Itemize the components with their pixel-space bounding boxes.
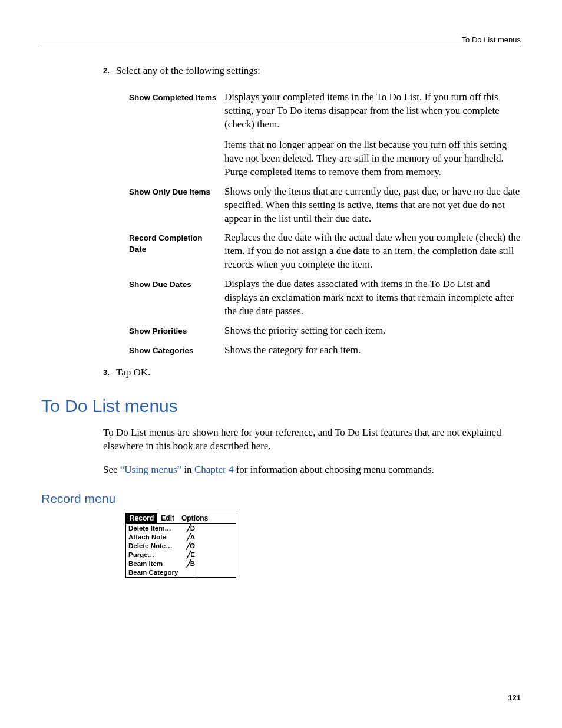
menu-item-label: Purge… [128, 551, 154, 559]
shortcut: ╱D [187, 524, 194, 533]
subsection-heading: Record menu [41, 492, 521, 506]
setting-description: Shows only the items that are currently … [221, 183, 526, 229]
step-3: 3. Tap OK. [103, 367, 521, 378]
menu-item-label: Delete Note… [128, 542, 173, 551]
setting-description: Shows the category for each item. [221, 341, 526, 361]
menu-screenshot: Record Edit Options Delete Item… ╱D Atta… [125, 513, 236, 578]
shortcut: ╱B [187, 559, 194, 568]
step-number: 2. [103, 66, 114, 75]
setting-label: Show Completed Items [125, 88, 221, 183]
table-row: Show Due Dates Displays the due dates as… [125, 275, 526, 322]
menu-options[interactable]: Options [178, 513, 211, 523]
menu-item-beam-category[interactable]: Beam Category [126, 568, 197, 577]
para: Shows the category for each item. [224, 344, 523, 357]
body-paragraph: See “Using menus” in Chapter 4 for infor… [103, 463, 524, 477]
para: Replaces the due date with the actual da… [224, 231, 523, 272]
menu-item-delete-note[interactable]: Delete Note… ╱O [126, 542, 197, 551]
step-text: Tap OK. [116, 367, 150, 378]
setting-description: Replaces the due date with the actual da… [221, 229, 526, 275]
link-using-menus[interactable]: “Using menus” [120, 464, 181, 475]
menu-bar: Record Edit Options [126, 513, 236, 524]
para: Displays the due dates associated with i… [224, 278, 523, 318]
menu-item-attach-note[interactable]: Attach Note ╱A [126, 533, 197, 542]
text: for information about choosing menu comm… [233, 464, 434, 475]
menu-item-label: Beam Item [128, 559, 163, 568]
setting-label: Show Priorities [125, 322, 221, 341]
link-chapter-4[interactable]: Chapter 4 [194, 464, 234, 475]
text: See [103, 464, 120, 475]
setting-description: Displays the due dates associated with i… [221, 275, 526, 322]
table-row: Show Categories Shows the category for e… [125, 341, 526, 361]
page-number: 121 [508, 693, 521, 702]
table-row: Show Completed Items Displays your compl… [125, 88, 526, 183]
step-number: 3. [103, 368, 114, 377]
para: Items that no longer appear on the list … [224, 139, 523, 179]
table-row: Show Only Due Items Shows only the items… [125, 183, 526, 229]
para: Displays your completed items in the To … [224, 91, 523, 131]
header-rule [41, 47, 521, 47]
menu-record[interactable]: Record [126, 513, 157, 523]
settings-table: Show Completed Items Displays your compl… [125, 88, 526, 361]
section-heading: To Do List menus [41, 396, 521, 416]
menu-item-delete-item[interactable]: Delete Item… ╱D [126, 524, 197, 533]
shortcut: ╱E [187, 551, 194, 559]
setting-label: Show Due Dates [125, 275, 221, 322]
para: Shows the priority setting for each item… [224, 324, 523, 338]
menu-item-label: Beam Category [128, 568, 178, 577]
shortcut: ╱A [187, 533, 194, 542]
page: To Do List menus 2. Select any of the fo… [0, 0, 562, 728]
menu-item-purge[interactable]: Purge… ╱E [126, 551, 197, 559]
menu-edit[interactable]: Edit [157, 513, 178, 523]
menu-item-label: Delete Item… [128, 524, 171, 533]
table-row: Show Priorities Shows the priority setti… [125, 322, 526, 341]
body-paragraph: To Do List menus are shown here for your… [103, 426, 524, 453]
running-header: To Do List menus [41, 35, 521, 47]
menu-item-beam-item[interactable]: Beam Item ╱B [126, 559, 197, 568]
text: in [181, 464, 194, 475]
setting-description: Displays your completed items in the To … [221, 88, 526, 183]
menu-item-label: Attach Note [128, 533, 167, 542]
setting-label: Show Categories [125, 341, 221, 361]
setting-label: Record Completion Date [125, 229, 221, 275]
shortcut: ╱O [186, 542, 194, 551]
dropdown-record: Delete Item… ╱D Attach Note ╱A Delete No… [126, 524, 197, 577]
table-row: Record Completion Date Replaces the due … [125, 229, 526, 275]
setting-description: Shows the priority setting for each item… [221, 322, 526, 341]
para: Shows only the items that are currently … [224, 185, 523, 226]
step-2: 2. Select any of the following settings: [103, 65, 521, 77]
step-text: Select any of the following settings: [116, 65, 260, 76]
setting-label: Show Only Due Items [125, 183, 221, 229]
